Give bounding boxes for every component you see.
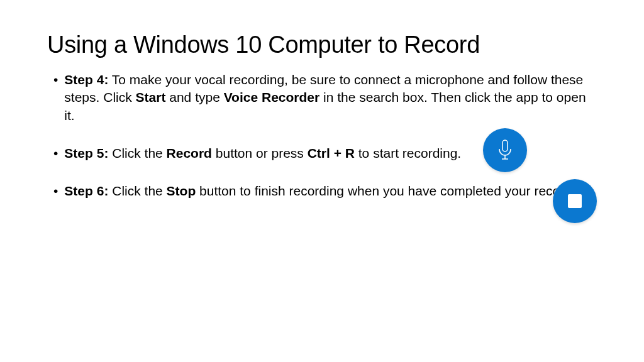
stop-icon (568, 194, 582, 208)
step-6-text: Step 6: Click the Stop button to finish … (64, 182, 597, 200)
bullet-marker: • (53, 182, 58, 200)
step-5-text-b: button or press (212, 146, 308, 160)
step-4-start-bold: Start (136, 90, 166, 104)
svg-rect-0 (502, 140, 508, 151)
step-4-item: • Step 4: To make your vocal recording, … (47, 71, 597, 124)
step-5-label: Step 5: (64, 146, 108, 160)
step-6-stop-bold: Stop (167, 184, 196, 198)
bullet-marker: • (53, 71, 58, 124)
step-6-text-a: Click the (108, 184, 166, 198)
bullet-marker: • (53, 145, 58, 162)
step-6-label: Step 6: (64, 184, 108, 198)
step-5-text-c: to start recording. (355, 146, 461, 160)
step-5-text-a: Click the (108, 146, 166, 160)
step-5-record-bold: Record (167, 146, 212, 160)
step-6-item: • Step 6: Click the Stop button to finis… (47, 182, 597, 200)
step-4-voicerecorder-bold: Voice Recorder (224, 90, 320, 104)
step-4-text-b: and type (165, 90, 223, 104)
slide-title: Using a Windows 10 Computer to Record (47, 31, 597, 58)
step-5-ctrlr-bold: Ctrl + R (308, 146, 355, 160)
step-6-text-b: button to finish recording when you have… (196, 184, 593, 198)
step-4-text: Step 4: To make your vocal recording, be… (64, 71, 597, 124)
slide-content: Using a Windows 10 Computer to Record • … (0, 0, 644, 246)
microphone-icon (497, 140, 513, 161)
step-4-label: Step 4: (64, 72, 108, 87)
stop-button-graphic (553, 179, 597, 223)
record-button-graphic (483, 128, 527, 172)
svg-rect-3 (568, 194, 582, 208)
